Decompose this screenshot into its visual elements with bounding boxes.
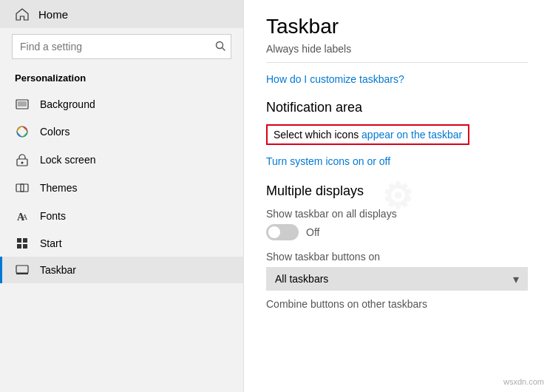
- sidebar-item-background-label: Background: [40, 98, 95, 110]
- lock-screen-icon: [15, 153, 30, 166]
- notification-area-title: Notification area: [266, 100, 528, 115]
- svg-rect-13: [17, 244, 21, 249]
- svg-line-1: [223, 47, 225, 50]
- svg-point-6: [21, 162, 24, 164]
- svg-rect-7: [16, 184, 24, 192]
- select-icons-link-box[interactable]: Select which icons appear on the taskbar: [266, 124, 469, 145]
- search-input[interactable]: [12, 34, 231, 59]
- page-title: Taskbar: [266, 15, 528, 38]
- background-icon: [15, 99, 30, 109]
- fonts-icon: A A: [15, 209, 30, 223]
- sidebar-item-fonts[interactable]: A A Fonts: [0, 202, 243, 230]
- sidebar-section-title: Personalization: [0, 68, 243, 91]
- sidebar-item-start-label: Start: [40, 237, 62, 249]
- show-taskbar-all-displays-label: Show taskbar on all displays: [266, 208, 528, 220]
- sidebar-item-background[interactable]: Background: [0, 91, 243, 118]
- svg-rect-12: [23, 238, 27, 243]
- colors-icon: [15, 125, 30, 138]
- svg-rect-11: [17, 238, 21, 243]
- customize-taskbars-link[interactable]: How do I customize taskbars?: [266, 73, 528, 85]
- sidebar: Home Personalization Background: [0, 0, 244, 392]
- svg-rect-16: [16, 273, 28, 274]
- show-taskbar-buttons-label: Show taskbar buttons on: [266, 251, 528, 263]
- sidebar-item-lock-screen[interactable]: Lock screen: [0, 146, 243, 174]
- svg-rect-15: [16, 266, 28, 273]
- home-icon: [15, 7, 30, 21]
- sidebar-item-themes-label: Themes: [40, 182, 78, 194]
- sidebar-item-start[interactable]: Start: [0, 230, 243, 257]
- sidebar-home-label: Home: [38, 8, 68, 21]
- svg-text:A: A: [22, 213, 28, 221]
- toggle-knob: [268, 226, 280, 238]
- start-icon: [15, 237, 30, 249]
- svg-rect-14: [23, 244, 27, 249]
- toggle-row: Off: [266, 224, 528, 240]
- sidebar-item-lock-screen-label: Lock screen: [40, 154, 95, 166]
- always-hide-label: Always hide labels: [266, 43, 528, 63]
- combine-buttons-label: Combine buttons on other taskbars: [266, 298, 528, 310]
- main-content: ⚙ Taskbar Always hide labels How do I cu…: [244, 0, 550, 392]
- themes-icon: [15, 181, 30, 195]
- notification-icons-highlighted-container: Select which icons appear on the taskbar: [266, 124, 528, 149]
- sidebar-item-colors[interactable]: Colors: [0, 118, 243, 146]
- taskbar-buttons-dropdown-row: All taskbars: [266, 267, 528, 291]
- search-button[interactable]: [215, 41, 225, 53]
- taskbar-icon: [15, 265, 30, 275]
- sidebar-home[interactable]: Home: [0, 0, 243, 28]
- sidebar-item-themes[interactable]: Themes: [0, 174, 243, 202]
- select-icons-plain-text: Select which icons: [274, 129, 361, 141]
- all-taskbars-dropdown-wrapper: All taskbars: [266, 267, 528, 291]
- multiple-displays-title: Multiple displays: [266, 183, 528, 199]
- wsxdn-watermark: wsxdn.com: [503, 377, 544, 386]
- sidebar-item-fonts-label: Fonts: [40, 210, 66, 222]
- turn-system-icons-link[interactable]: Turn system icons on or off: [266, 155, 528, 167]
- sidebar-item-taskbar[interactable]: Taskbar: [0, 257, 243, 283]
- svg-rect-3: [18, 101, 27, 107]
- svg-rect-8: [21, 184, 28, 192]
- toggle-off-label: Off: [306, 226, 319, 238]
- all-taskbars-dropdown[interactable]: All taskbars: [266, 267, 528, 291]
- sidebar-item-colors-label: Colors: [40, 126, 69, 138]
- sidebar-item-taskbar-label: Taskbar: [40, 264, 76, 276]
- show-taskbar-toggle[interactable]: [266, 224, 299, 240]
- select-icons-blue-text: appear on the taskbar: [361, 129, 462, 141]
- search-box-container: [12, 34, 231, 59]
